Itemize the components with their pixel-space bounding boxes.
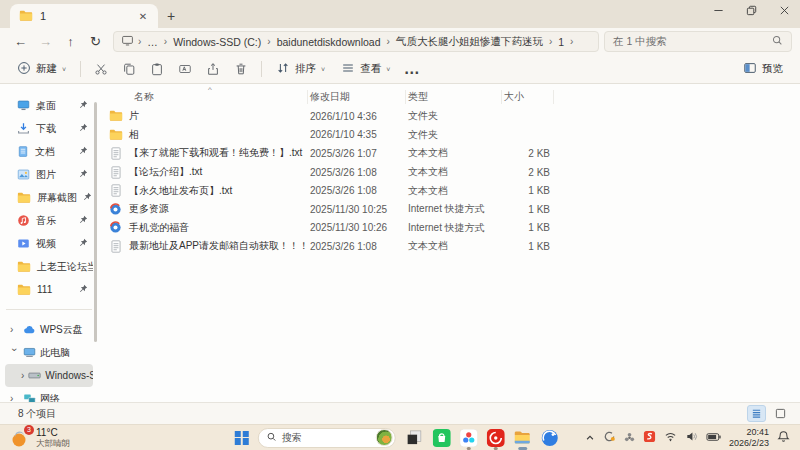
table-row[interactable]: 相2026/1/10 4:35文件夹 (108, 126, 800, 145)
folder-icon (108, 128, 123, 142)
taskbar-search-placeholder: 搜索 (282, 431, 302, 445)
sidebar-item[interactable]: 文档 (5, 140, 93, 163)
column-header-date[interactable]: 修改日期 (308, 90, 406, 104)
explorer-tab[interactable]: 1 ✕ (10, 4, 158, 28)
breadcrumb-item[interactable]: Windows-SSD (C:) (171, 36, 263, 48)
rename-button[interactable] (172, 57, 198, 81)
sidebar-item[interactable]: 上老王论坛当 (5, 255, 93, 278)
plugin-icon[interactable] (624, 429, 635, 447)
tree-item[interactable]: ›网络 (5, 387, 93, 402)
sync-icon[interactable] (603, 429, 616, 447)
chevron-collapsed-icon[interactable]: › (10, 393, 19, 402)
sidebar-scrollbar[interactable] (94, 102, 97, 342)
chevron-collapsed-icon[interactable]: › (10, 324, 19, 335)
chevron-expanded-icon[interactable]: › (9, 348, 20, 357)
up-button[interactable]: ↑ (58, 35, 83, 48)
preview-button[interactable]: 预览 (736, 57, 790, 81)
close-button[interactable] (779, 5, 790, 16)
red-music-app[interactable] (486, 428, 505, 448)
chevron-right-icon[interactable]: › (545, 36, 556, 47)
breadcrumb-item[interactable]: baidunetdiskdownload (275, 36, 383, 48)
search-highlight-image[interactable] (376, 429, 393, 446)
wifi-icon[interactable] (664, 429, 677, 447)
minimize-button[interactable] (713, 5, 724, 16)
share-button[interactable] (200, 57, 226, 81)
chevron-up-icon[interactable] (585, 429, 595, 447)
details-view-button[interactable] (747, 405, 766, 422)
file-explorer-app[interactable] (513, 428, 532, 448)
file-size: 2 KB (502, 167, 554, 178)
sidebar-item[interactable]: 桌面 (5, 94, 93, 117)
chevron-right-icon[interactable]: › (160, 36, 171, 47)
start-button[interactable] (235, 431, 249, 445)
tree-item[interactable]: ›Windows-SSD (5, 364, 93, 387)
sogou-input-icon[interactable] (643, 429, 656, 447)
sidebar-item[interactable]: 音乐 (5, 209, 93, 232)
delete-button[interactable] (228, 57, 254, 81)
sidebar-item[interactable]: 下载 (5, 117, 93, 140)
new-tab-button[interactable]: + (158, 4, 184, 28)
sidebar-item[interactable]: 视频 (5, 232, 93, 255)
pin-icon (79, 146, 88, 157)
folder-icon (18, 9, 33, 23)
copy-button[interactable] (116, 57, 142, 81)
clover-app[interactable] (459, 428, 478, 448)
chevron-collapsed-icon[interactable]: › (21, 370, 24, 381)
cut-button[interactable] (88, 57, 114, 81)
paste-button[interactable] (144, 57, 170, 81)
taskbar-search[interactable]: 搜索 (258, 428, 396, 448)
blue-browser-app[interactable] (540, 428, 559, 448)
volume-icon[interactable] (685, 429, 698, 447)
file-size: 2 KB (502, 148, 554, 159)
column-header-size[interactable]: 大小 (502, 90, 554, 104)
table-row[interactable]: 【永久地址发布页】.txt2025/3/26 1:08文本文档1 KB (108, 181, 800, 200)
table-row[interactable]: 最新地址及APP请发邮箱自动获取！！！.txt2025/3/26 1:08文本文… (108, 237, 800, 256)
file-date: 2026/1/10 4:35 (308, 129, 406, 140)
table-row[interactable]: 【来了就能下载和观看！纯免费！】.txt2025/3/26 1:07文本文档2 … (108, 144, 800, 163)
sort-button[interactable]: 排序 ˅ (269, 57, 332, 81)
sidebar-item[interactable]: 图片 (5, 163, 93, 186)
file-type: Internet 快捷方式 (406, 221, 502, 235)
chevron-right-icon[interactable]: › (383, 36, 394, 47)
view-button[interactable]: 查看 ˅ (334, 57, 397, 81)
forward-button[interactable]: → (33, 35, 58, 48)
more-button[interactable]: … (399, 57, 425, 81)
sidebar-item-label: 屏幕截图 (37, 191, 77, 205)
sidebar-item[interactable]: 屏幕截图 (5, 186, 93, 209)
large-icons-view-button[interactable] (771, 405, 790, 422)
task-view-app[interactable] (405, 428, 424, 448)
back-button[interactable]: ← (8, 35, 33, 48)
address-bar[interactable]: › … › Windows-SSD (C:)›baidunetdiskdownl… (113, 31, 599, 52)
tree-item[interactable]: ›WPS云盘 (5, 318, 93, 341)
chevron-down-icon: ˅ (386, 66, 390, 73)
new-button[interactable]: 新建 ˅ (10, 57, 73, 81)
chevron-right-icon[interactable]: › (263, 36, 274, 47)
sidebar-item[interactable]: 111 (5, 278, 93, 301)
file-type: 文件夹 (406, 109, 502, 123)
tree-item[interactable]: ›此电脑 (5, 341, 93, 364)
table-row[interactable]: 【论坛介绍】.txt2025/3/26 1:08文本文档2 KB (108, 163, 800, 182)
breadcrumb-item[interactable]: 气质大长腿小姐姐惨遭下药迷玩 (394, 35, 545, 49)
search-input[interactable]: 在 1 中搜索 (604, 31, 792, 52)
restore-button[interactable] (746, 5, 757, 16)
refresh-button[interactable]: ↻ (83, 35, 108, 48)
table-row[interactable]: 手机党的福音2025/11/30 10:26Internet 快捷方式1 KB (108, 219, 800, 238)
table-row[interactable]: 更多资源2025/11/30 10:25Internet 快捷方式1 KB (108, 200, 800, 219)
clock[interactable]: 20:41 2026/2/23 (729, 427, 769, 449)
table-row[interactable]: 片2026/1/10 4:36文件夹 (108, 107, 800, 126)
weather-widget[interactable]: 3 11°C 大部晴朗 (10, 427, 70, 448)
column-header-type[interactable]: 类型 (406, 90, 502, 104)
sidebar-item-label: 111 (37, 284, 52, 295)
sidebar-item-label: 桌面 (36, 99, 56, 113)
chevron-right-icon[interactable]: › (566, 36, 577, 47)
chevron-right-icon[interactable]: › (134, 36, 145, 47)
green-store-app[interactable] (432, 428, 451, 448)
breadcrumb-ellipsis[interactable]: … (145, 36, 160, 48)
internet-icon (108, 221, 123, 234)
internet-icon (108, 203, 123, 216)
tab-close-button[interactable]: ✕ (136, 9, 150, 23)
breadcrumb-item[interactable]: 1 (556, 36, 566, 48)
battery-icon[interactable] (706, 429, 721, 447)
network-icon (23, 392, 36, 402)
bell-icon[interactable] (777, 429, 790, 447)
